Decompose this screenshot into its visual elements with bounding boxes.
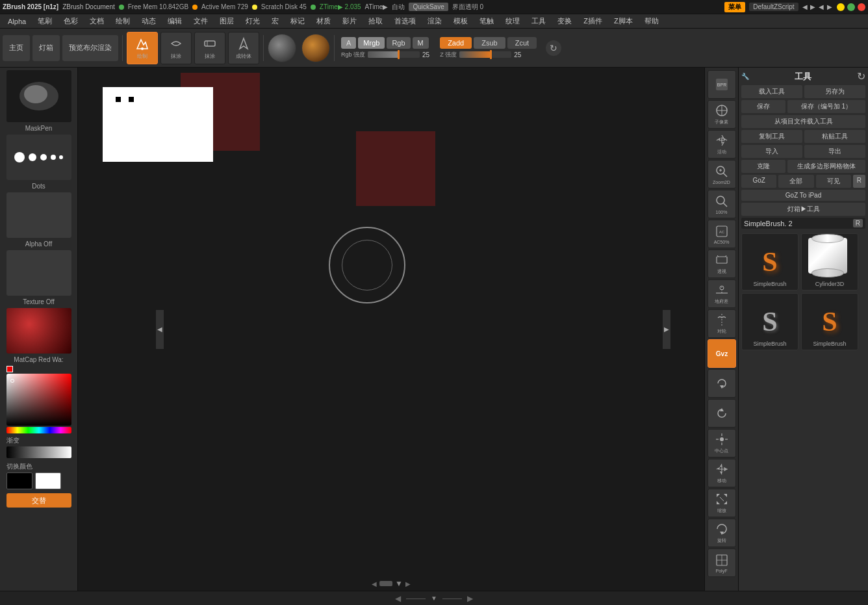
menu-btn[interactable]: 菜单 xyxy=(724,2,745,12)
right-btn-rotate1[interactable] xyxy=(708,369,736,398)
menu-prefs[interactable]: 首选项 xyxy=(389,15,421,27)
menu-movie[interactable]: 影片 xyxy=(337,15,362,27)
menu-marker[interactable]: 标记 xyxy=(285,15,310,27)
tp-all[interactable]: 全部 xyxy=(778,175,813,188)
brush-preview[interactable] xyxy=(6,70,71,122)
right-btn-zoom2d[interactable]: Zoom2D xyxy=(708,160,736,188)
bs-arrow-left[interactable]: ◀ xyxy=(395,594,401,603)
tp-genmesh[interactable]: 生成多边形网格物体 xyxy=(787,160,865,173)
tp-lightbox-tool[interactable]: 灯箱▶工具 xyxy=(741,203,865,216)
right-btn-rotate2[interactable] xyxy=(708,399,736,428)
menu-layer[interactable]: 图层 xyxy=(214,15,239,27)
bs-dot[interactable]: ▼ xyxy=(431,595,437,602)
menu-stroke[interactable]: 笔触 xyxy=(474,15,499,27)
z-slider[interactable] xyxy=(459,51,511,58)
exchange-btn[interactable]: 交替 xyxy=(6,493,71,508)
tp-visible[interactable]: 可见 xyxy=(816,175,851,188)
menu-material[interactable]: 材质 xyxy=(311,15,336,27)
right-btn-persp[interactable]: 透视 xyxy=(708,250,736,278)
right-btn-move[interactable]: 移动 xyxy=(708,459,736,487)
nav-preview[interactable]: 预览布尔渲染 xyxy=(62,35,118,61)
right-btn-ac50[interactable]: AC AC50% xyxy=(708,220,736,248)
tp-export[interactable]: 导出 xyxy=(804,145,865,158)
right-btn-scale[interactable]: 缩放 xyxy=(708,489,736,517)
win-maximize[interactable] xyxy=(847,3,855,11)
tp-clone[interactable]: 克隆 xyxy=(741,160,785,173)
scroll-left-arrow[interactable]: ◀ xyxy=(372,580,377,587)
menu-doc[interactable]: 文档 xyxy=(84,15,109,27)
tp-import[interactable]: 导入 xyxy=(741,145,802,158)
btn-zadd[interactable]: Zadd xyxy=(440,37,472,49)
right-btn-active[interactable]: 活动 xyxy=(708,130,736,159)
tool-panel-refresh[interactable]: ↻ xyxy=(857,70,865,83)
btn-rgb[interactable]: Rgb xyxy=(387,37,410,49)
menu-transform[interactable]: 变换 xyxy=(552,15,577,27)
menu-brush[interactable]: 笔刷 xyxy=(32,15,57,27)
rgb-slider[interactable] xyxy=(368,51,420,58)
tp-loadfromproject[interactable]: 从项目文件载入工具 xyxy=(741,115,865,128)
thumb-cylinder3d[interactable]: Cylinder3D xyxy=(801,233,858,290)
nav-home[interactable]: 主页 xyxy=(3,35,30,61)
tool-convert[interactable]: 成转体 xyxy=(228,32,259,64)
btn-mrgb[interactable]: Mrgb xyxy=(358,37,385,49)
texture-preview[interactable] xyxy=(6,250,71,296)
right-btn-floor[interactable]: 地府差 xyxy=(708,279,736,308)
color-picker[interactable] xyxy=(6,374,71,426)
bs-arrow-right[interactable]: ▶ xyxy=(467,594,473,603)
menu-pick[interactable]: 拾取 xyxy=(363,15,388,27)
sphere-preview[interactable] xyxy=(268,34,296,62)
win-minimize[interactable] xyxy=(837,3,845,11)
rgb-slider-thumb[interactable] xyxy=(398,50,400,59)
alpha-preview[interactable] xyxy=(6,192,71,238)
menu-file[interactable]: 文件 xyxy=(188,15,213,27)
quicksave-btn[interactable]: QuickSave xyxy=(409,3,448,11)
menu-dynamics[interactable]: 动态 xyxy=(136,15,161,27)
hue-slider[interactable] xyxy=(6,427,71,433)
swatch-black[interactable] xyxy=(6,472,32,489)
menu-help[interactable]: 帮助 xyxy=(639,15,664,27)
menu-texture[interactable]: 纹理 xyxy=(500,15,525,27)
menu-alpha[interactable]: Alpha xyxy=(3,16,31,27)
right-btn-100[interactable]: 100% xyxy=(708,190,736,218)
btn-zsub[interactable]: Zsub xyxy=(474,37,505,49)
menu-color[interactable]: 色彩 xyxy=(58,15,83,27)
menu-light[interactable]: 灯光 xyxy=(240,15,265,27)
dots-preview[interactable] xyxy=(6,135,71,180)
canvas-area[interactable]: ◀ ▶ ◀ ▼ ▶ xyxy=(78,68,704,591)
right-collapse-arrow[interactable]: ▶ xyxy=(663,310,670,349)
nav-lightbox[interactable]: 灯箱 xyxy=(32,35,60,61)
menu-tool[interactable]: 工具 xyxy=(526,15,551,27)
default-zscript[interactable]: DefaultZScript xyxy=(749,3,798,11)
matcap-preview[interactable] xyxy=(6,308,71,354)
scroll-right-arrow[interactable]: ▶ xyxy=(405,580,411,587)
tp-goz-ipad[interactable]: GoZ To iPad xyxy=(741,190,865,201)
btn-m[interactable]: M xyxy=(413,37,429,49)
z-slider-thumb[interactable] xyxy=(490,50,492,59)
swatch-white[interactable] xyxy=(35,472,61,489)
menu-macro[interactable]: 宏 xyxy=(266,15,284,27)
tool-smear2[interactable]: 抹涂 xyxy=(194,32,225,64)
thumb-simplebrush-orange2[interactable]: S SimpleBrush xyxy=(801,293,858,350)
right-btn-pivot[interactable]: 中心点 xyxy=(708,429,736,457)
tp-copytool[interactable]: 复制工具 xyxy=(741,130,802,143)
thumb-simplebrush-orange[interactable]: S SimpleBrush xyxy=(741,233,798,290)
right-btn-sym[interactable]: 对轮 xyxy=(708,309,736,338)
menu-edit[interactable]: 编辑 xyxy=(162,15,187,27)
tp-pastetool[interactable]: 粘贴工具 xyxy=(804,130,865,143)
right-btn-gvz[interactable]: Gvz xyxy=(708,339,736,368)
tp-save[interactable]: 保存 xyxy=(741,100,785,113)
tool-draw[interactable]: 绘制 xyxy=(127,32,158,64)
right-btn-subpixel[interactable]: 子像素 xyxy=(708,100,736,129)
menu-zplugin[interactable]: Z插件 xyxy=(578,15,607,27)
menu-draw[interactable]: 绘制 xyxy=(110,15,135,27)
menu-zscript[interactable]: Z脚本 xyxy=(609,15,638,27)
left-collapse-arrow[interactable]: ◀ xyxy=(156,310,164,349)
right-btn-bpr[interactable]: BPR xyxy=(708,70,736,99)
menu-render[interactable]: 渲染 xyxy=(422,15,447,27)
win-close[interactable] xyxy=(858,3,865,11)
btn-a[interactable]: A xyxy=(341,37,356,49)
tp-saveas[interactable]: 另存为 xyxy=(804,85,865,98)
scrollbar-handle[interactable] xyxy=(379,581,392,586)
refresh-btn[interactable]: ↻ xyxy=(546,40,561,56)
matcap-preview-toolbar[interactable] xyxy=(301,34,330,62)
